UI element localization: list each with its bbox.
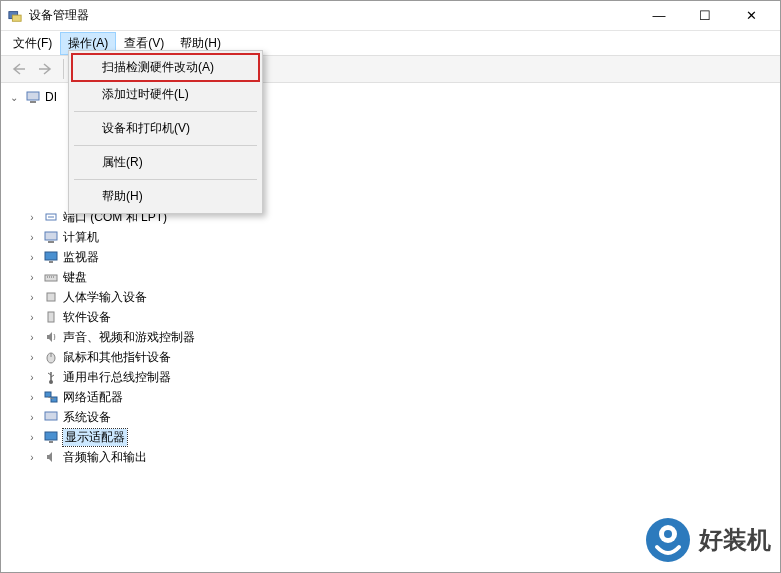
titlebar: 设备管理器 — ☐ ✕ — [1, 1, 780, 31]
tree-label: 计算机 — [63, 229, 99, 246]
expand-icon[interactable]: › — [25, 290, 39, 304]
tree-item-display[interactable]: › 显示适配器 — [5, 427, 776, 447]
tree-label: 网络适配器 — [63, 389, 123, 406]
expand-icon[interactable]: › — [25, 330, 39, 344]
tree-item-monitor[interactable]: › 监视器 — [5, 247, 776, 267]
keyboard-icon — [43, 269, 59, 285]
app-icon — [7, 8, 23, 24]
tree-item-usb[interactable]: › 通用串行总线控制器 — [5, 367, 776, 387]
svg-rect-21 — [45, 412, 57, 420]
svg-rect-2 — [27, 92, 39, 100]
menu-properties[interactable]: 属性(R) — [72, 149, 259, 176]
tree-item-keyboard[interactable]: › 键盘 — [5, 267, 776, 287]
tree-label: 声音、视频和游戏控制器 — [63, 329, 195, 346]
tree-item-mouse[interactable]: › 鼠标和其他指针设备 — [5, 347, 776, 367]
svg-rect-18 — [45, 392, 51, 397]
expand-icon[interactable]: › — [25, 390, 39, 404]
menu-devices-printers[interactable]: 设备和打印机(V) — [72, 115, 259, 142]
expand-icon[interactable]: › — [25, 310, 39, 324]
hid-icon — [43, 289, 59, 305]
tree-label: 显示适配器 — [63, 429, 127, 446]
svg-rect-13 — [48, 312, 54, 322]
forward-button[interactable] — [33, 58, 57, 80]
expand-icon[interactable]: › — [25, 230, 39, 244]
svg-rect-1 — [12, 15, 21, 21]
tree-item-system[interactable]: › 系统设备 — [5, 407, 776, 427]
watermark: 好装机 — [645, 517, 771, 563]
tree-label: 通用串行总线控制器 — [63, 369, 171, 386]
menu-separator — [74, 111, 257, 112]
svg-point-17 — [49, 380, 53, 384]
svg-rect-8 — [45, 252, 57, 260]
svg-rect-10 — [45, 275, 57, 281]
monitor-icon — [43, 249, 59, 265]
close-button[interactable]: ✕ — [728, 2, 774, 30]
toolbar-separator — [63, 59, 64, 79]
back-button[interactable] — [7, 58, 31, 80]
svg-rect-7 — [48, 241, 54, 243]
menu-help[interactable]: 帮助(H) — [72, 183, 259, 210]
watermark-text: 好装机 — [699, 524, 771, 556]
software-icon — [43, 309, 59, 325]
watermark-logo-icon — [645, 517, 691, 563]
tree-item-sound[interactable]: › 声音、视频和游戏控制器 — [5, 327, 776, 347]
expand-icon[interactable]: › — [25, 210, 39, 224]
svg-rect-6 — [45, 232, 57, 240]
expand-icon[interactable]: › — [25, 410, 39, 424]
svg-rect-22 — [45, 432, 57, 440]
computer-icon — [43, 229, 59, 245]
tree-label: 软件设备 — [63, 309, 111, 326]
menu-add-legacy[interactable]: 添加过时硬件(L) — [72, 81, 259, 108]
svg-rect-12 — [47, 293, 55, 301]
svg-rect-19 — [51, 397, 57, 402]
tree-label: 键盘 — [63, 269, 87, 286]
expand-icon[interactable]: › — [25, 250, 39, 264]
ports-icon — [43, 209, 59, 225]
network-icon — [43, 389, 59, 405]
tree-label: 鼠标和其他指针设备 — [63, 349, 171, 366]
menu-separator — [74, 145, 257, 146]
action-dropdown-menu: 扫描检测硬件改动(A) 添加过时硬件(L) 设备和打印机(V) 属性(R) 帮助… — [68, 50, 263, 214]
expand-icon[interactable]: › — [25, 370, 39, 384]
tree-item-hid[interactable]: › 人体学输入设备 — [5, 287, 776, 307]
window-title: 设备管理器 — [29, 7, 636, 24]
computer-root-icon — [25, 89, 41, 105]
tree-item-software-devices[interactable]: › 软件设备 — [5, 307, 776, 327]
tree-label: 人体学输入设备 — [63, 289, 147, 306]
mouse-icon — [43, 349, 59, 365]
tree-item-computer[interactable]: › 计算机 — [5, 227, 776, 247]
expand-icon[interactable]: › — [25, 270, 39, 284]
expand-icon[interactable]: ⌄ — [7, 90, 21, 104]
tree-root-label: DI — [45, 90, 57, 104]
svg-point-26 — [664, 530, 672, 538]
menu-separator — [74, 179, 257, 180]
svg-rect-3 — [30, 101, 36, 103]
tree-item-audio-io[interactable]: › 音频输入和输出 — [5, 447, 776, 467]
tree-label: 音频输入和输出 — [63, 449, 147, 466]
display-icon — [43, 429, 59, 445]
tree-label: 监视器 — [63, 249, 99, 266]
menu-scan-hardware[interactable]: 扫描检测硬件改动(A) — [72, 54, 259, 81]
expand-icon[interactable]: › — [25, 430, 39, 444]
maximize-button[interactable]: ☐ — [682, 2, 728, 30]
window-controls: — ☐ ✕ — [636, 2, 774, 30]
audio-io-icon — [43, 449, 59, 465]
expand-icon[interactable]: › — [25, 450, 39, 464]
system-icon — [43, 409, 59, 425]
svg-rect-9 — [49, 261, 53, 263]
tree-item-network[interactable]: › 网络适配器 — [5, 387, 776, 407]
svg-rect-23 — [49, 441, 53, 443]
menu-file[interactable]: 文件(F) — [5, 32, 60, 55]
expand-icon[interactable]: › — [25, 350, 39, 364]
minimize-button[interactable]: — — [636, 2, 682, 30]
sound-icon — [43, 329, 59, 345]
usb-icon — [43, 369, 59, 385]
tree-label: 系统设备 — [63, 409, 111, 426]
